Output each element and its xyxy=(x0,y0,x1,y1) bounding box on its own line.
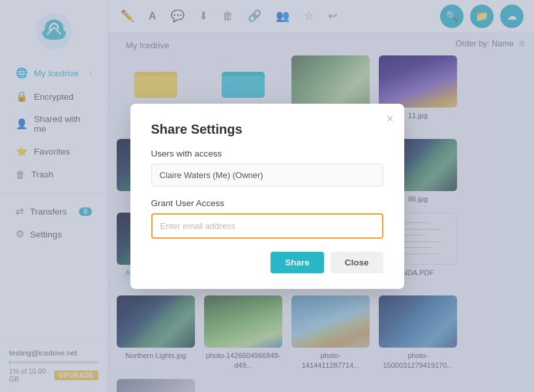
modal-actions: Share Close xyxy=(151,252,383,273)
modal-close-button[interactable]: × xyxy=(387,113,394,125)
current-user-display: Claire Waters (Me) (Owner) xyxy=(151,164,383,187)
email-input[interactable] xyxy=(151,213,383,239)
modal-overlay: × Share Settings Users with access Clair… xyxy=(0,0,534,392)
users-with-access-label: Users with access xyxy=(151,149,383,158)
modal-title: Share Settings xyxy=(151,122,383,137)
close-modal-button[interactable]: Close xyxy=(331,252,383,273)
share-settings-modal: × Share Settings Users with access Clair… xyxy=(130,104,404,289)
grant-access-label: Grant User Access xyxy=(151,198,383,208)
share-button[interactable]: Share xyxy=(271,252,324,273)
